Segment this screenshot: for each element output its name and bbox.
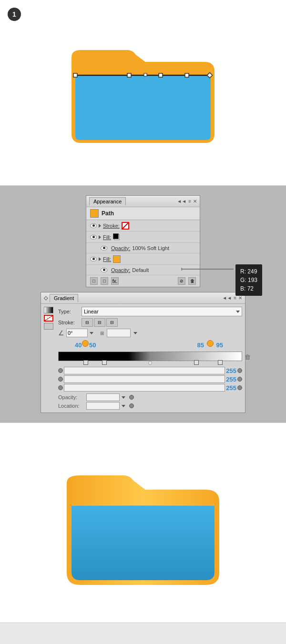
panels-section: Appearance ◄◄ ≡ ✕ Path S (0, 186, 286, 423)
stroke-row: Stroke: (86, 220, 200, 231)
opacity-row-1: Opacity: 100% Soft Light (86, 243, 200, 253)
stop-num-50: 50 (89, 342, 96, 349)
grad-stroke-swatch (44, 315, 53, 322)
eye-fill2-icon (90, 257, 97, 262)
angle-arrow (90, 332, 93, 334)
path-color-swatch (90, 209, 99, 218)
appearance-panel-wrapper: Appearance ◄◄ ≡ ✕ Path S (86, 195, 200, 287)
rgb-row-1b: 255 (58, 375, 242, 383)
location-label: Location: (58, 403, 84, 409)
stop-numbers-row: 40 50 85 95 (58, 339, 242, 351)
opacity-location-section: Opacity: Location: (58, 393, 242, 410)
rgb-row-1c: 255 (58, 384, 242, 392)
appearance-footer: □ □ fx. ⊘ 🗑 (86, 275, 200, 287)
location-arrow (122, 405, 125, 407)
opacity-loc-row: Opacity: (58, 393, 242, 401)
gradient-main: Type: Linear Stroke: ⊟ ⊟ (58, 307, 242, 410)
location-circle (129, 403, 134, 408)
type-label: Type: (58, 309, 80, 314)
rgb-input-3a[interactable] (64, 384, 225, 392)
tooltip-b: B: 72 (240, 284, 257, 293)
rgb-circle-3b (237, 385, 242, 390)
angle-row: ∠ 0° ⊞ (58, 329, 242, 337)
rgb-input-1a[interactable] (64, 367, 225, 374)
rgb-num-255c: 255 (226, 384, 236, 392)
location-input[interactable] (86, 402, 120, 410)
gradient-left-tools (44, 307, 55, 410)
stop-handle-1[interactable] (83, 360, 88, 365)
stroke-btn-3[interactable]: ⊟ (106, 318, 118, 327)
svg-rect-1 (159, 73, 163, 77)
path-label: Path (102, 210, 114, 217)
panel-controls: ◄◄ ≡ ✕ (177, 199, 197, 204)
footer-icon-3: ⊘ (178, 277, 185, 285)
opacity-value-2: Default (132, 267, 149, 273)
fill-bw-swatch (113, 233, 121, 241)
fill-orange-swatch (113, 255, 121, 263)
angle-input[interactable]: 0° (66, 329, 88, 337)
gradient-tab[interactable]: Gradient (50, 294, 78, 302)
folder-1-container (0, 0, 286, 167)
gradient-stroke-row: Stroke: ⊟ ⊟ ⊟ (58, 318, 242, 327)
rgb-input-2a[interactable] (64, 375, 225, 383)
svg-rect-2 (185, 73, 189, 77)
rgb-num-255b: 255 (226, 376, 236, 383)
tooltip-g: G: 193 (240, 276, 257, 284)
rgb-circle-2b (237, 377, 242, 382)
fill-row-1: Fill: (86, 231, 200, 243)
stop-marker-left[interactable] (82, 340, 89, 347)
rgb-section: 255 255 (58, 367, 242, 392)
appearance-panel: Appearance ◄◄ ≡ ✕ Path S (86, 195, 200, 287)
gradient-titlebar: ◇ Gradient ◄◄ ≡ ✕ (41, 292, 245, 304)
fx-icon: fx. (111, 277, 119, 285)
gradient-bar-container: 🗑 (58, 352, 242, 365)
gradient-stroke-label: Stroke: (58, 320, 80, 325)
rgb-circle-1b (237, 368, 242, 373)
step-1-circle: 1 (8, 8, 21, 21)
color-tooltip: R: 249 G: 193 B: 72 (235, 264, 262, 296)
opacity-label-1: Opacity: (111, 245, 130, 251)
stroke-buttons: ⊟ ⊟ ⊟ (82, 318, 118, 327)
expand-fill1-icon (99, 235, 101, 239)
aspect-arrow (133, 332, 137, 334)
gradient-panel: ◇ Gradient ◄◄ ≡ ✕ (41, 292, 245, 413)
stop-handle-2[interactable] (102, 360, 107, 365)
expand-fill2-icon (99, 257, 101, 261)
stroke-btn-2[interactable]: ⊟ (94, 318, 105, 327)
fill-label-2: Fill: (103, 256, 111, 262)
stop-num-40: 40 (75, 342, 82, 349)
stroke-btn-1[interactable]: ⊟ (82, 318, 93, 327)
rgb-circle-3a (58, 385, 63, 390)
aspect-input (107, 329, 131, 337)
folder-2-svg (52, 444, 234, 597)
stop-handle-3[interactable] (194, 360, 199, 365)
opacity-loc-input[interactable] (86, 393, 120, 401)
type-row: Type: Linear (58, 307, 242, 316)
appearance-tab[interactable]: Appearance (89, 197, 126, 205)
opacity-loc-label: Opacity: (58, 394, 84, 400)
opacity-circle (129, 395, 134, 400)
rgb-num-255a: 255 (226, 367, 236, 374)
type-select[interactable]: Linear (82, 307, 242, 316)
grad-bw-swatch (44, 307, 53, 313)
stop-marker-right[interactable] (207, 340, 214, 347)
fill-label-1: Fill: (103, 234, 111, 240)
footer-icon-1: □ (90, 277, 98, 285)
eye-opacity1-icon (101, 246, 107, 251)
opacity-value-1: 100% Soft Light (132, 245, 169, 251)
folder-2-container (0, 423, 286, 623)
stop-num-85: 85 (197, 342, 204, 349)
stroke-swatch (122, 222, 129, 230)
expand-stroke-icon (99, 224, 101, 228)
section-2: 2 (0, 423, 286, 623)
svg-rect-4 (144, 73, 147, 76)
folder-1-svg (57, 19, 229, 152)
rgb-circle-1a (58, 368, 63, 373)
stop-handle-4[interactable] (218, 360, 223, 365)
anchor-left (73, 73, 77, 77)
stop-handle-mid (148, 361, 152, 365)
trash-icon[interactable]: 🗑 (245, 353, 251, 361)
gradient-controls: ◄◄ ≡ ✕ (222, 295, 242, 301)
aspect-icon: ⊞ (100, 331, 104, 336)
rgb-row-1a: 255 (58, 367, 242, 374)
